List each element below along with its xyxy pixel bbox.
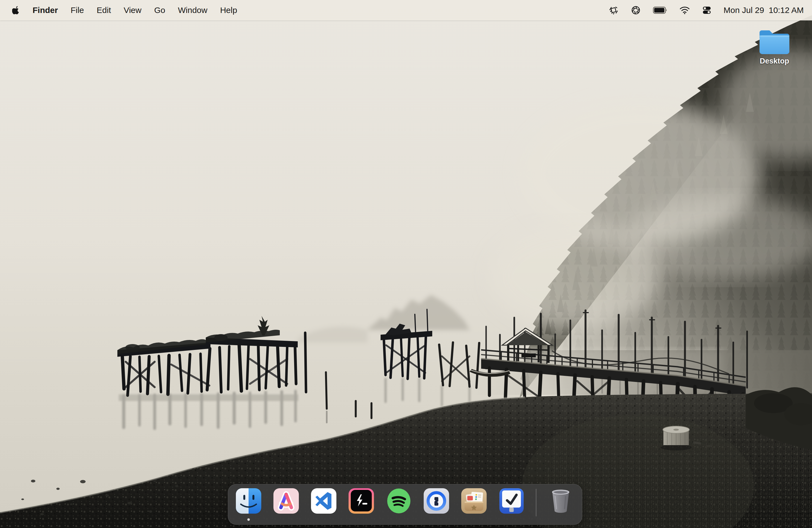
cards-box-logo	[461, 488, 487, 514]
desktop-surface[interactable]	[0, 0, 812, 528]
dock-1password-icon[interactable]	[423, 488, 450, 514]
things-checkmark-logo	[498, 488, 525, 514]
dock-warp-terminal-icon[interactable]	[348, 488, 375, 514]
aperture-glyph	[631, 5, 641, 15]
keycap-icon[interactable]	[609, 5, 619, 15]
trash-basket	[547, 488, 574, 514]
menu-bar-clock[interactable]: Mon Jul 29 10:12 AM	[724, 5, 804, 15]
desktop-folder-icon[interactable]: Desktop	[756, 28, 793, 65]
dock-cards-app-icon[interactable]	[461, 488, 487, 514]
finder-face-icon	[235, 488, 262, 514]
wifi-glyph	[679, 6, 690, 14]
dock-divider	[536, 489, 536, 516]
warp-terminal-logo	[348, 488, 375, 514]
keycap-glyph	[609, 5, 619, 15]
running-indicator	[247, 518, 250, 521]
menu-bar: Finder File Edit View Go Window Help	[0, 0, 812, 20]
battery-icon[interactable]	[653, 6, 667, 14]
apple-menu[interactable]	[12, 6, 20, 15]
menu-edit[interactable]: Edit	[97, 5, 111, 15]
aperture-icon[interactable]	[631, 5, 641, 15]
menu-app-name[interactable]: Finder	[33, 5, 58, 15]
apple-logo-icon	[12, 6, 20, 15]
folder-icon	[758, 28, 791, 55]
menu-file[interactable]: File	[71, 5, 84, 15]
dock-finder-icon[interactable]	[235, 488, 262, 514]
dock-things-icon[interactable]	[498, 488, 525, 514]
battery-glyph	[653, 6, 667, 14]
menu-view[interactable]: View	[124, 5, 141, 15]
menu-window[interactable]: Window	[178, 5, 207, 15]
menu-go[interactable]: Go	[154, 5, 165, 15]
desktop-folder-label: Desktop	[760, 57, 789, 65]
dock	[228, 484, 582, 525]
dock-vscode-icon[interactable]	[310, 488, 337, 514]
spotify-logo	[386, 488, 412, 514]
wallpaper-scene	[0, 0, 812, 528]
vscode-logo	[310, 488, 337, 514]
wifi-icon[interactable]	[679, 6, 690, 14]
dock-trash-icon[interactable]	[547, 488, 574, 514]
macos-desktop: Finder File Edit View Go Window Help	[0, 0, 812, 528]
dock-spotify-icon[interactable]	[386, 488, 412, 514]
menu-help[interactable]: Help	[220, 5, 237, 15]
arc-browser-logo	[273, 488, 300, 514]
control-center-icon[interactable]	[702, 6, 711, 14]
1password-logo	[423, 488, 450, 514]
control-center-glyph	[702, 6, 711, 14]
dock-arc-browser-icon[interactable]	[273, 488, 300, 514]
